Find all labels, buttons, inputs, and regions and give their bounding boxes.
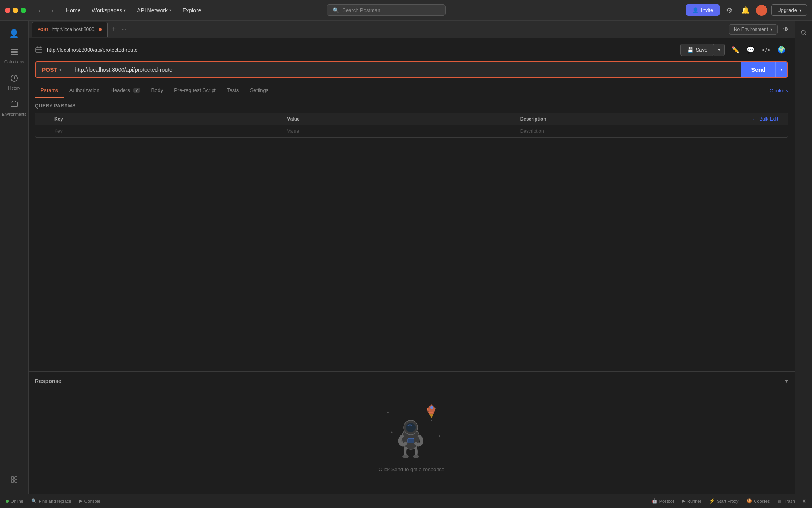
- tab-body[interactable]: Body: [146, 83, 169, 98]
- sidebar-item-collections[interactable]: Collections: [2, 44, 26, 67]
- tab-tests[interactable]: Tests: [221, 83, 244, 98]
- svg-rect-7: [11, 480, 14, 482]
- layout-button[interactable]: ⊞: [803, 498, 806, 504]
- pencil-toolbar-button[interactable]: ✏️: [729, 44, 742, 56]
- status-bar: Online 🔍 Find and replace ▶ Console 🤖 Po…: [0, 494, 812, 508]
- svg-point-13: [391, 432, 393, 433]
- minimize-button[interactable]: [13, 8, 18, 13]
- postbot-icon: 🤖: [652, 498, 657, 504]
- sidebar-item-history[interactable]: History: [2, 71, 26, 94]
- table-row: Key Value Description: [35, 125, 788, 137]
- workspaces-nav[interactable]: Workspaces ▾: [88, 6, 129, 15]
- avatar[interactable]: [756, 5, 767, 16]
- more-tabs-button[interactable]: ···: [120, 25, 128, 34]
- maximize-button[interactable]: [21, 8, 26, 13]
- response-collapse-button[interactable]: ▾: [785, 377, 788, 385]
- description-cell[interactable]: Description: [515, 125, 748, 137]
- online-status[interactable]: Online: [6, 499, 23, 504]
- save-button[interactable]: 💾 Save: [680, 44, 714, 56]
- environments-label: Environments: [2, 112, 26, 117]
- method-selector[interactable]: POST ▾: [36, 63, 68, 77]
- environment-selector[interactable]: No Environment ▾: [729, 24, 778, 35]
- sidebar-item-environments[interactable]: Environments: [2, 97, 26, 120]
- nav-arrows: ‹ ›: [34, 5, 58, 16]
- eye-icon[interactable]: 👁: [781, 24, 791, 34]
- sidebar: 👤 Collections History: [0, 21, 29, 494]
- svg-point-19: [402, 455, 409, 458]
- status-bar-right: 🤖 Postbot ▶ Runner ⚡ Start Proxy 🍪 Cooki…: [652, 498, 806, 504]
- earth-toolbar-button[interactable]: 🌍: [775, 44, 788, 56]
- tab-settings[interactable]: Settings: [244, 83, 274, 98]
- response-body: Click Send to get a response: [35, 385, 788, 488]
- request-url-icon: [35, 46, 43, 54]
- title-bar: ‹ › Home Workspaces ▾ API Network ▾ Expl…: [0, 0, 812, 21]
- api-network-nav[interactable]: API Network ▾: [134, 6, 174, 15]
- tab-prerequest[interactable]: Pre-request Script: [169, 83, 221, 98]
- tab-headers[interactable]: Headers 7: [105, 83, 146, 98]
- svg-rect-6: [15, 477, 17, 479]
- save-dropdown-button[interactable]: ▾: [714, 44, 725, 56]
- tab-bar: POST http://localhost:8000, + ··· No Env…: [29, 21, 795, 38]
- cookies-icon: 🍪: [747, 498, 752, 504]
- app-body: 👤 Collections History: [0, 21, 812, 494]
- trash-button[interactable]: 🗑 Trash: [778, 499, 795, 504]
- svg-point-10: [387, 412, 389, 413]
- sidebar-bottom: [2, 472, 26, 494]
- astronaut-illustration: [380, 401, 443, 460]
- comment-toolbar-button[interactable]: 💬: [744, 44, 757, 56]
- settings-button[interactable]: ⚙: [724, 4, 735, 16]
- collections-icon: [10, 48, 19, 58]
- online-label: Online: [11, 499, 23, 504]
- right-panel-search-button[interactable]: [797, 25, 811, 40]
- explore-nav[interactable]: Explore: [179, 6, 204, 15]
- send-dropdown-button[interactable]: ▾: [775, 62, 787, 77]
- back-button[interactable]: ‹: [34, 5, 45, 16]
- title-bar-right: 👤 Invite ⚙ 🔔 Upgrade ▾: [686, 4, 807, 16]
- sidebar-item-account[interactable]: 👤: [2, 25, 26, 41]
- history-label: History: [8, 86, 20, 90]
- forward-button[interactable]: ›: [47, 5, 58, 16]
- tab-url: http://localhost:8000,: [52, 27, 96, 32]
- environments-icon: [10, 100, 19, 111]
- add-icon: [10, 475, 19, 486]
- params-section: Query Params Key Value Description ··· B…: [29, 98, 795, 142]
- svg-rect-21: [408, 438, 414, 443]
- layout-icon: ⊞: [803, 498, 806, 504]
- sidebar-item-add[interactable]: [2, 472, 26, 489]
- cookies-status-button[interactable]: 🍪 Cookies: [747, 498, 770, 504]
- proxy-icon: ⚡: [709, 498, 715, 504]
- postbot-button[interactable]: 🤖 Postbot: [652, 498, 674, 504]
- key-cell[interactable]: Key: [50, 125, 282, 137]
- invite-button[interactable]: 👤 Invite: [686, 4, 720, 16]
- code-toolbar-button[interactable]: </>: [759, 45, 773, 55]
- search-placeholder: Search Postman: [342, 7, 380, 13]
- new-tab-button[interactable]: +: [109, 23, 119, 35]
- svg-rect-0: [11, 49, 18, 50]
- tab-params[interactable]: Params: [35, 83, 64, 98]
- request-tab[interactable]: POST http://localhost:8000,: [32, 22, 108, 37]
- notifications-button[interactable]: 🔔: [739, 4, 752, 16]
- search-bar[interactable]: 🔍 Search Postman: [327, 4, 446, 16]
- value-cell[interactable]: Value: [282, 125, 515, 137]
- send-button[interactable]: Send: [741, 62, 775, 77]
- url-input[interactable]: [68, 63, 741, 77]
- method-label: POST: [42, 67, 57, 73]
- upgrade-button[interactable]: Upgrade ▾: [771, 4, 807, 16]
- params-table: Key Value Description ··· Bulk Edit Key: [35, 113, 788, 138]
- request-input-row: POST ▾ Send ▾: [35, 61, 788, 78]
- tab-authorization[interactable]: Authorization: [64, 83, 105, 98]
- bulk-edit-button[interactable]: ··· Bulk Edit: [748, 113, 788, 125]
- close-button[interactable]: [5, 8, 10, 13]
- home-nav[interactable]: Home: [63, 6, 84, 15]
- key-column-header: Key: [50, 113, 282, 125]
- svg-rect-2: [11, 54, 18, 55]
- find-replace-button[interactable]: 🔍 Find and replace: [31, 498, 71, 504]
- row-actions-cell: [748, 125, 788, 137]
- request-url-bar: http://localhost:8000/api/protected-rout…: [35, 44, 788, 56]
- center-content: POST http://localhost:8000, + ··· No Env…: [29, 21, 795, 494]
- svg-point-20: [413, 455, 419, 458]
- console-button[interactable]: ▶ Console: [79, 498, 100, 504]
- start-proxy-button[interactable]: ⚡ Start Proxy: [709, 498, 738, 504]
- cookies-link[interactable]: Cookies: [770, 88, 788, 94]
- runner-button[interactable]: ▶ Runner: [682, 498, 701, 504]
